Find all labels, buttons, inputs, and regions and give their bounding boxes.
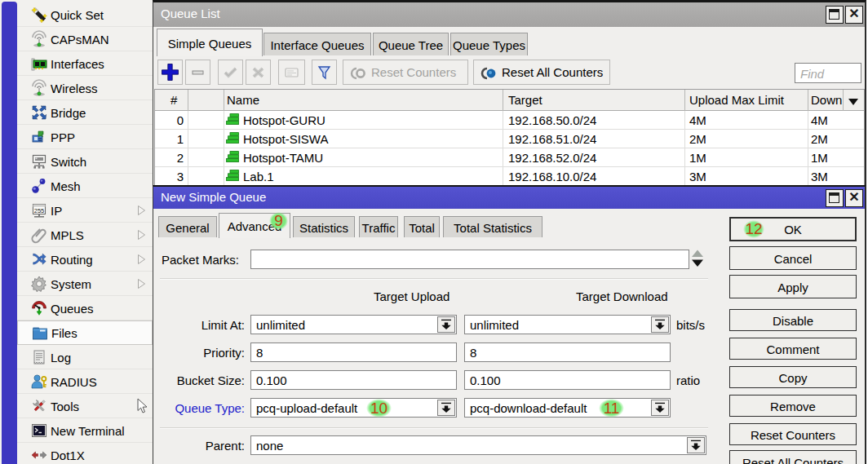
- svg-text:255: 255: [34, 206, 45, 214]
